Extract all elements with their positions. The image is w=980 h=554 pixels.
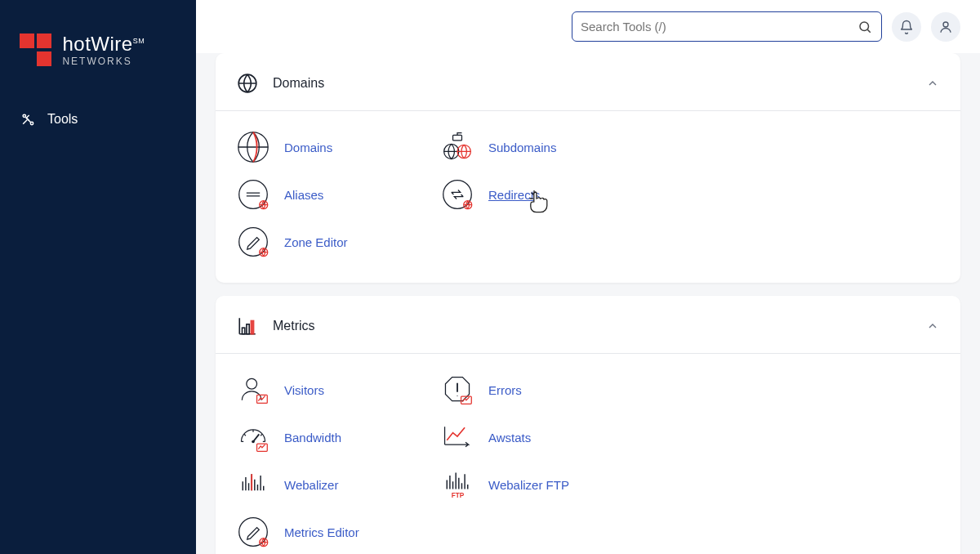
tool-webalizer-ftp[interactable]: FTP Webalizer FTP: [441, 468, 645, 501]
aliases-icon: [237, 178, 270, 211]
tool-label: Webalizer: [284, 478, 338, 492]
main-area: Domains Domains Subdomains Alias: [196, 0, 980, 554]
tool-label: Awstats: [488, 431, 531, 445]
svg-point-18: [247, 378, 257, 389]
svg-text:FTP: FTP: [452, 492, 465, 499]
brand-logo: hotWireSM NETWORKS: [0, 16, 196, 100]
svg-point-2: [860, 22, 869, 31]
tool-metrics-editor[interactable]: Metrics Editor: [237, 516, 441, 548]
svg-point-3: [943, 22, 948, 27]
tool-errors[interactable]: Errors: [441, 373, 645, 406]
tool-aliases[interactable]: Aliases: [237, 178, 441, 211]
tool-label: Visitors: [284, 383, 324, 397]
redirects-icon: [441, 178, 474, 211]
panel-metrics: Metrics Visitors Errors Bandwidt: [216, 296, 960, 554]
brand-subtitle: NETWORKS: [62, 56, 145, 67]
panel-header-metrics[interactable]: Metrics: [216, 296, 960, 353]
user-icon: [938, 20, 953, 34]
chart-icon: [237, 315, 258, 337]
svg-point-24: [239, 518, 268, 547]
tool-zone-editor[interactable]: Zone Editor: [237, 226, 441, 258]
tool-bandwidth[interactable]: Bandwidth: [237, 421, 441, 453]
cursor-pointer-icon: [527, 190, 548, 214]
tool-domains[interactable]: Domains: [237, 131, 441, 163]
sidebar-item-tools[interactable]: Tools: [0, 100, 196, 139]
zone-editor-icon: [237, 226, 270, 258]
tool-label: Aliases: [284, 188, 323, 202]
panel-title-metrics: Metrics: [273, 319, 911, 333]
tool-label: Webalizer FTP: [488, 478, 569, 492]
panel-header-domains[interactable]: Domains: [216, 53, 960, 110]
account-button[interactable]: [931, 12, 960, 42]
webalizer-ftp-icon: FTP: [441, 468, 474, 501]
bell-icon: [899, 20, 914, 34]
tool-webalizer[interactable]: Webalizer: [237, 468, 441, 501]
content-scroll: Domains Domains Subdomains Alias: [196, 53, 980, 554]
svg-point-0: [23, 114, 25, 117]
tool-label: Zone Editor: [284, 235, 348, 249]
tool-visitors[interactable]: Visitors: [237, 373, 441, 406]
sidebar-item-label: Tools: [47, 112, 78, 127]
svg-point-1: [30, 122, 33, 124]
svg-rect-16: [247, 324, 249, 334]
tool-subdomains[interactable]: Subdomains: [441, 131, 645, 163]
tool-label: Errors: [488, 383, 522, 397]
search-input[interactable]: [572, 11, 882, 42]
chevron-up-icon: [926, 319, 939, 333]
panel-title-domains: Domains: [273, 76, 911, 91]
brand-suffix: SM: [133, 37, 145, 45]
svg-rect-17: [251, 321, 253, 334]
subdomains-icon: [441, 131, 474, 163]
tool-label: Subdomains: [488, 141, 556, 154]
tool-label: Metrics Editor: [284, 525, 359, 539]
search-container: [572, 11, 882, 42]
brand-mark-icon: [20, 34, 52, 66]
tool-label: Domains: [284, 141, 332, 154]
tool-awstats[interactable]: Awstats: [441, 421, 645, 453]
panel-domains: Domains Domains Subdomains Alias: [216, 53, 960, 283]
search-icon: [858, 20, 872, 34]
errors-icon: [441, 373, 474, 406]
webalizer-icon: [237, 468, 270, 501]
domains-icon: [237, 131, 270, 163]
svg-rect-15: [243, 328, 245, 334]
brand-name: hotWire: [62, 33, 132, 55]
svg-point-21: [252, 440, 255, 444]
svg-rect-8: [453, 135, 462, 140]
sidebar: hotWireSM NETWORKS Tools: [0, 0, 196, 554]
tool-label: Bandwidth: [284, 431, 341, 445]
topbar: [196, 0, 980, 53]
chevron-up-icon: [926, 77, 939, 90]
awstats-icon: [441, 421, 474, 453]
tool-redirects[interactable]: Redirects: [441, 178, 645, 211]
visitors-icon: [237, 373, 270, 406]
globe-icon: [237, 73, 258, 94]
metrics-editor-icon: [237, 516, 270, 548]
bandwidth-icon: [237, 421, 270, 453]
tools-icon: [20, 111, 36, 127]
notifications-button[interactable]: [892, 12, 921, 42]
